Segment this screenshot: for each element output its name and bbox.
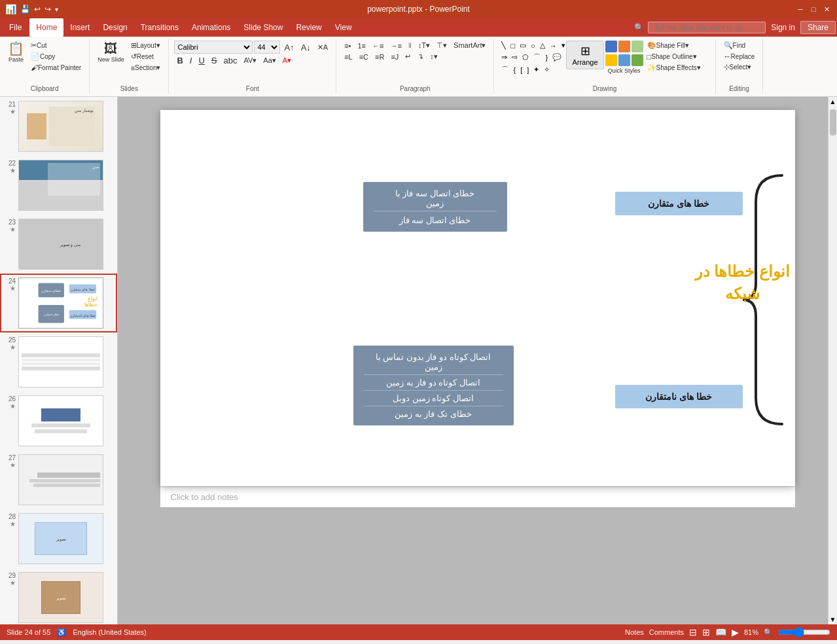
quick-access-undo[interactable]: ↩ — [34, 5, 41, 14]
font-name-select[interactable]: Calibri — [174, 41, 253, 54]
slideshow-button[interactable]: ▶ — [732, 627, 739, 637]
shape-arrow-2[interactable]: ⇒ — [499, 52, 509, 62]
maximize-button[interactable]: □ — [808, 4, 819, 14]
style-swatch-5[interactable] — [618, 54, 630, 66]
slide-thumb-22[interactable]: 22 ★ متن — [0, 156, 117, 215]
shape-outline-button[interactable]: □ Shape Outline ▾ — [645, 52, 710, 62]
slide-frame[interactable]: خطای اتصال سه فاز با زمین خطای اتصال سه … — [160, 110, 795, 486]
bold-button[interactable]: B — [174, 55, 185, 66]
shape-triangle[interactable]: △ — [538, 41, 547, 50]
accessibility-icon[interactable]: ♿ — [57, 628, 66, 637]
underline-button[interactable]: U — [196, 55, 207, 66]
align-left-button[interactable]: ≡L — [342, 52, 355, 62]
align-center-button[interactable]: ≡C — [357, 52, 371, 62]
reading-view-button[interactable]: 📖 — [715, 627, 726, 637]
share-button[interactable]: Share — [800, 21, 836, 34]
vertical-scrollbar[interactable]: ▲ ▼ — [828, 97, 837, 624]
shape-bracket-2[interactable]: ] — [525, 65, 531, 75]
slide-thumb-28[interactable]: 28 ★ تصویر — [0, 509, 117, 568]
columns-button[interactable]: ⫴ — [406, 41, 414, 50]
menu-file[interactable]: File — [1, 18, 29, 37]
scroll-up-button[interactable]: ▲ — [828, 97, 837, 107]
style-swatch-4[interactable] — [605, 54, 617, 66]
font-color-button[interactable]: A▾ — [280, 56, 294, 65]
style-swatch-6[interactable] — [632, 54, 643, 66]
slide-thumb-27[interactable]: 27 ★ — [0, 450, 117, 509]
style-swatch-3[interactable] — [632, 41, 643, 52]
justify-button[interactable]: ≡J — [388, 52, 401, 62]
normal-view-button[interactable]: ⊟ — [689, 627, 697, 637]
slide-thumb-21[interactable]: 21 ★ نوشتار متن — [0, 97, 117, 156]
font-spacing-button[interactable]: AV▾ — [241, 56, 260, 65]
increase-font-button[interactable]: A↑ — [281, 42, 296, 53]
quick-access-save[interactable]: 💾 — [20, 5, 30, 14]
ltr-button[interactable]: ↴ — [415, 52, 426, 62]
sign-in-button[interactable]: Sign in — [771, 23, 795, 32]
text-direction-button[interactable]: ↕T▾ — [416, 41, 433, 50]
shadow-button[interactable]: abc — [221, 55, 240, 66]
quick-access-customize[interactable]: ▾ — [55, 6, 58, 13]
italic-button[interactable]: I — [187, 55, 195, 66]
cut-button[interactable]: ✂ Cut — [28, 41, 84, 50]
bullets-button[interactable]: ≡• — [342, 41, 353, 50]
select-button[interactable]: ⊹ Select ▾ — [721, 62, 755, 72]
shape-misc[interactable]: ✦ — [531, 65, 541, 75]
shape-rounded-rect[interactable]: ▭ — [518, 41, 528, 50]
shape-effects-button[interactable]: ✨ Shape Effects ▾ — [645, 63, 710, 73]
shape-line[interactable]: ╲ — [499, 41, 508, 50]
slide-thumb-26[interactable]: 26 ★ — [0, 391, 117, 450]
align-text-button[interactable]: ⊤▾ — [434, 41, 450, 50]
scroll-down-button[interactable]: ▼ — [828, 615, 837, 624]
symmetric-label-box[interactable]: خطا های متقارن — [615, 192, 743, 215]
decrease-font-button[interactable]: A↓ — [298, 42, 313, 53]
minimize-button[interactable]: ─ — [795, 4, 806, 14]
shape-arc[interactable]: ⌒ — [499, 64, 510, 75]
quick-styles-label[interactable]: Quick Styles — [605, 67, 643, 75]
menu-item-design[interactable]: Design — [96, 18, 134, 37]
close-button[interactable]: ✕ — [821, 4, 832, 14]
style-swatch-1[interactable] — [605, 41, 617, 52]
slide-thumb-23[interactable]: 23 ★ متن و تصویر — [0, 215, 117, 274]
menu-item-slideshow[interactable]: Slide Show — [237, 18, 289, 37]
slide-thumb-29[interactable]: 29 ★ تصویر — [0, 568, 117, 624]
menu-item-review[interactable]: Review — [289, 18, 328, 37]
change-case-button[interactable]: Aa▾ — [260, 56, 278, 65]
comments-button[interactable]: Comments — [649, 628, 684, 636]
shape-curve[interactable]: ⌒ — [531, 52, 543, 63]
shape-rect[interactable]: □ — [508, 41, 517, 50]
shape-misc-2[interactable]: ✧ — [542, 65, 552, 75]
notes-button[interactable]: Notes — [625, 628, 644, 636]
new-slide-button[interactable]: 🖼 New Slide — [95, 41, 127, 64]
menu-item-animations[interactable]: Animations — [185, 18, 237, 37]
menu-item-insert[interactable]: Insert — [63, 18, 96, 37]
paste-button[interactable]: 📋 Paste — [5, 41, 27, 64]
layout-button[interactable]: ⊞ Layout ▾ — [128, 41, 164, 50]
font-size-select[interactable]: 44 — [254, 41, 280, 54]
shape-arrow[interactable]: → — [548, 41, 559, 50]
shape-brace-2[interactable]: { — [511, 65, 518, 75]
search-input[interactable] — [648, 22, 766, 33]
shape-block-arrow[interactable]: ⇨ — [510, 52, 520, 62]
replace-button[interactable]: ↔ Replace — [721, 52, 758, 61]
slide-canvas-area[interactable]: ▲ ▼ خطای اتصال سه فاز با زمین خطای اتصال… — [118, 97, 837, 624]
rtl-button[interactable]: ↵ — [402, 52, 414, 62]
zoom-icon[interactable]: 🔍 — [764, 628, 773, 637]
line-spacing-button[interactable]: ↕▾ — [427, 52, 440, 62]
clear-format-button[interactable]: ✕A — [315, 43, 330, 52]
shape-brace[interactable]: } — [543, 53, 550, 62]
shape-oval[interactable]: ○ — [529, 41, 537, 50]
slide-sorter-button[interactable]: ⊞ — [702, 627, 710, 637]
arrange-button[interactable]: ⊞ Arrange — [566, 41, 603, 69]
numbering-button[interactable]: 1≡ — [355, 41, 368, 50]
copy-button[interactable]: 📄 Copy — [28, 52, 84, 62]
style-swatch-2[interactable] — [618, 41, 630, 52]
menu-item-home[interactable]: Home — [29, 18, 63, 37]
increase-indent-button[interactable]: →≡ — [387, 41, 404, 50]
shape-pentagon[interactable]: ⬠ — [520, 52, 531, 62]
smartart-button[interactable]: SmartArt▾ — [451, 41, 488, 50]
find-button[interactable]: 🔍 Find — [721, 41, 748, 50]
asymmetric-faults-box[interactable]: اتصال کوتاه دو فاز بدون تماس با زمین اتص… — [353, 346, 514, 425]
asymmetric-label-box[interactable]: خطا های نامتقارن — [615, 385, 743, 408]
menu-item-transitions[interactable]: Transitions — [134, 18, 185, 37]
decrease-indent-button[interactable]: ←≡ — [370, 41, 386, 50]
